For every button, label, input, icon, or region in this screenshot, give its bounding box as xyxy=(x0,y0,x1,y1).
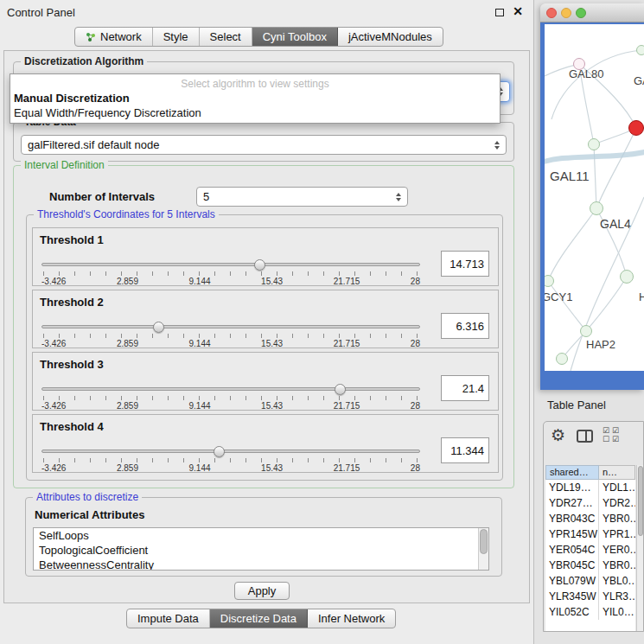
scale-label: 2.859 xyxy=(117,339,138,348)
cell-name[interactable]: YBR0… xyxy=(599,511,635,526)
table-row[interactable]: YPR145WYPR1… xyxy=(545,526,635,542)
table-row[interactable]: YBR045CYBR0… xyxy=(545,558,635,573)
tab-select[interactable]: Select xyxy=(200,28,252,46)
dropdown-option-equal-width-frequency[interactable]: Equal Width/Frequency Discretization xyxy=(10,105,500,120)
network-canvas[interactable]: GAL80GAGAL11GAL4GCY1HHAP2 xyxy=(545,24,644,371)
cell-name[interactable]: YDR2… xyxy=(599,495,635,511)
network-node[interactable] xyxy=(636,45,644,55)
list-item-betweennesscentrality[interactable]: BetweennessCentrality xyxy=(34,558,488,571)
threshold-slider[interactable]: -3.426 2.859 9.144 15.43 21.715 28 xyxy=(41,322,420,348)
slider-thumb[interactable] xyxy=(254,259,265,271)
network-node[interactable] xyxy=(620,270,634,284)
close-traffic-light[interactable] xyxy=(546,8,557,18)
threshold-panel-4: Threshold 4 11.344 -3.426 2.859 9.144 15… xyxy=(32,414,499,473)
select-columns-checkboxes-icon[interactable]: ☑☑ ☐☑ xyxy=(603,426,622,443)
cell-shared-name[interactable]: YDL19… xyxy=(545,480,599,495)
cell-name[interactable]: YBR0… xyxy=(599,558,635,573)
slider-thumb[interactable] xyxy=(153,322,164,333)
slider-thumb[interactable] xyxy=(335,384,346,395)
attributes-group: Attributes to discretize Numerical Attri… xyxy=(25,497,502,577)
control-panel-titlebar: Control Panel ✕ xyxy=(0,0,533,24)
network-node[interactable] xyxy=(580,325,592,337)
cell-shared-name[interactable]: YBR043C xyxy=(545,511,599,526)
cell-name[interactable]: YPR1… xyxy=(599,526,635,542)
tab-network[interactable]: Network xyxy=(75,28,153,46)
threshold-slider[interactable]: -3.426 2.859 9.144 15.43 21.715 28 xyxy=(41,259,420,285)
bottom-tab-bar: Impute Data Discretize Data Infer Networ… xyxy=(126,609,396,628)
network-node[interactable] xyxy=(590,201,603,215)
cell-shared-name[interactable]: YPR145W xyxy=(545,526,599,542)
cell-shared-name[interactable]: YDR27… xyxy=(545,495,599,511)
table-row[interactable]: YBR043CYBR0… xyxy=(545,511,635,526)
cell-shared-name[interactable]: YLR345W xyxy=(545,589,599,604)
table-row[interactable]: YER054CYER0… xyxy=(545,542,635,558)
cell-shared-name[interactable]: YIL052C xyxy=(545,604,599,620)
list-item-selfloops[interactable]: SelfLoops xyxy=(34,528,488,543)
scale-label: 9.144 xyxy=(189,463,211,473)
float-window-icon[interactable] xyxy=(495,9,504,16)
slider-track[interactable] xyxy=(41,325,420,328)
scale-label: 2.859 xyxy=(117,401,138,411)
attributes-scrollbar[interactable] xyxy=(478,528,488,570)
table-row[interactable]: YDL19…YDL1… xyxy=(545,480,635,495)
tab-jactivemnodules[interactable]: jActiveMNodules xyxy=(338,28,443,46)
scale-label: 2.859 xyxy=(117,277,138,286)
network-node[interactable] xyxy=(588,138,600,150)
threshold-value-input[interactable]: 6.316 xyxy=(441,313,489,339)
tab-impute-data[interactable]: Impute Data xyxy=(127,609,210,628)
scale-label: 15.43 xyxy=(261,277,283,286)
columns-icon[interactable] xyxy=(577,430,593,443)
tab-style[interactable]: Style xyxy=(153,28,200,46)
number-of-intervals-select[interactable]: 5 xyxy=(196,187,408,207)
scale-label: 15.43 xyxy=(261,339,283,348)
zoom-traffic-light[interactable] xyxy=(576,8,586,18)
table-row[interactable]: YIL052CYIL0… xyxy=(545,604,635,620)
threshold-value-input[interactable]: 11.344 xyxy=(441,437,489,463)
table-row[interactable]: YLR345WYLR3… xyxy=(545,589,635,604)
network-node[interactable] xyxy=(556,353,568,365)
list-item-topologicalcoefficient[interactable]: TopologicalCoefficient xyxy=(34,543,488,558)
slider-track[interactable] xyxy=(41,263,420,266)
tab-infer-network[interactable]: Infer Network xyxy=(308,609,395,628)
slider-track[interactable] xyxy=(41,450,420,453)
network-node-label: H xyxy=(639,290,644,303)
table-row[interactable]: YDR27…YDR2… xyxy=(545,495,635,511)
column-header-name[interactable]: n… xyxy=(599,465,635,480)
cell-shared-name[interactable]: YBL079W xyxy=(545,573,599,589)
cell-shared-name[interactable]: YER054C xyxy=(545,542,599,558)
slider-track[interactable] xyxy=(41,387,420,391)
threshold-label: Threshold 4 xyxy=(40,420,104,433)
cell-name[interactable]: YER0… xyxy=(599,542,635,558)
tab-label: Cyni Toolbox xyxy=(263,30,327,43)
checkbox-icon: ☑ xyxy=(612,435,622,443)
network-node[interactable] xyxy=(628,120,644,136)
scrollbar-thumb[interactable] xyxy=(638,466,643,536)
tab-cyni-toolbox[interactable]: Cyni Toolbox xyxy=(252,28,338,46)
slider-scale: -3.426 2.859 9.144 15.43 21.715 28 xyxy=(41,277,420,286)
table-data-select[interactable]: galFiltered.sif default node xyxy=(21,135,507,155)
cell-name[interactable]: YIL0… xyxy=(599,604,635,620)
threshold-value-input[interactable]: 21.4 xyxy=(441,375,489,401)
table-scrollbar[interactable] xyxy=(636,465,644,631)
dropdown-option-manual-discretization[interactable]: Manual Discretization xyxy=(10,91,500,105)
cell-shared-name[interactable]: YBR045C xyxy=(545,558,599,573)
close-icon[interactable]: ✕ xyxy=(513,4,523,18)
table-header-row: shared… n… xyxy=(545,465,635,480)
minimize-traffic-light[interactable] xyxy=(561,8,571,18)
table-row[interactable]: YBL079WYBL0… xyxy=(545,573,635,589)
scrollbar-thumb[interactable] xyxy=(480,529,488,554)
scale-label: 28 xyxy=(411,339,420,348)
cell-name[interactable]: YDL1… xyxy=(599,480,635,495)
cell-name[interactable]: YLR3… xyxy=(599,589,635,604)
gear-icon[interactable]: ⚙ xyxy=(551,425,565,445)
tab-discretize-data[interactable]: Discretize Data xyxy=(210,609,308,628)
column-header-shared-name[interactable]: shared… xyxy=(545,465,599,480)
apply-button[interactable]: Apply xyxy=(234,582,290,600)
tab-label: jActiveMNodules xyxy=(348,30,432,43)
cell-name[interactable]: YBL0… xyxy=(599,573,635,589)
slider-thumb[interactable] xyxy=(214,446,225,457)
tab-label: Impute Data xyxy=(137,612,199,625)
threshold-slider[interactable]: -3.426 2.859 9.144 15.43 21.715 28 xyxy=(41,384,420,410)
threshold-value-input[interactable]: 14.713 xyxy=(441,251,489,277)
threshold-slider[interactable]: -3.426 2.859 9.144 15.43 21.715 28 xyxy=(41,446,420,472)
